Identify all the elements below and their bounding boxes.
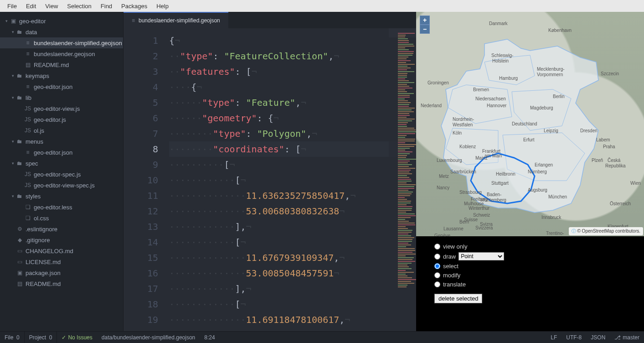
map-label: Erlangen <box>535 162 553 167</box>
tree-item[interactable]: JSgeo-editor-spec.js <box>0 169 123 180</box>
minimap[interactable] <box>389 28 416 331</box>
branch-icon: ⎇ <box>614 334 621 341</box>
map-label: Metz <box>439 174 449 179</box>
menu-edit[interactable]: Edit <box>21 1 41 11</box>
tree-item[interactable]: ▾🖿menus <box>0 136 123 147</box>
menu-selection[interactable]: Selection <box>62 1 96 11</box>
line-number: 4 <box>124 79 158 95</box>
code-line[interactable]: ············[¬ <box>169 234 416 250</box>
tree-item[interactable]: ▾🖿styles <box>0 191 123 202</box>
tree-item[interactable]: ▣package.json <box>0 267 123 278</box>
code-line[interactable]: ··"features": [¬ <box>169 64 416 79</box>
status-file-path[interactable]: data/bundeslaender-simplified.geojson <box>97 332 200 343</box>
map-label: Saarbrücken <box>450 169 476 174</box>
tree-item[interactable]: ❏ol.css <box>0 213 123 223</box>
status-encoding[interactable]: UTF-8 <box>562 332 586 343</box>
status-eol[interactable]: LF <box>546 332 562 343</box>
project-root[interactable]: ▾ ▣ geo-editor <box>0 16 123 26</box>
tree-item[interactable]: ≡geo-editor.json <box>0 147 123 158</box>
menu-find[interactable]: Find <box>96 1 117 11</box>
tree-item-label: styles <box>26 193 41 200</box>
tree-item[interactable]: JSol.js <box>0 125 123 136</box>
tree-item-label: geo-editor-view.js <box>34 105 80 112</box>
status-git-branch[interactable]: ⎇master <box>610 332 644 343</box>
status-cursor-position[interactable]: 8:24 <box>200 332 219 343</box>
mode-modify[interactable]: modify <box>434 272 626 279</box>
draw-type-select[interactable]: Point <box>459 252 504 260</box>
tree-item[interactable]: ▤README.md <box>0 278 123 289</box>
map[interactable]: DanmarkKøbenhavnGroningenHamburgBremenHa… <box>416 12 644 236</box>
status-file-count[interactable]: File 0 <box>0 332 25 343</box>
code-line[interactable]: ······"type": "Feature",¬ <box>169 95 416 110</box>
tree-item[interactable]: ▭LICENSE.md <box>0 256 123 267</box>
code-line[interactable]: {¬ <box>169 33 416 48</box>
code-line[interactable]: ········"coordinates": [¬ <box>169 141 416 157</box>
folder-icon: 🖿 <box>15 94 24 101</box>
tree-item[interactable]: ▾🖿data <box>0 26 123 37</box>
code-line[interactable]: ····{¬ <box>169 79 416 95</box>
file-tree[interactable]: ▾ ▣ geo-editor ▾🖿data≡bundeslaender-simp… <box>0 12 123 331</box>
tree-item[interactable]: ≡bundeslaender.geojson <box>0 48 123 59</box>
line-number: 15 <box>124 250 158 265</box>
map-label: Lausanne <box>443 226 464 231</box>
code-line[interactable]: ··········[¬ <box>169 157 416 172</box>
tree-item[interactable]: ❏geo-editor.less <box>0 202 123 213</box>
code-line[interactable]: ··"type": "FeatureCollection",¬ <box>169 48 416 64</box>
map-label: Nürnberg <box>528 169 547 174</box>
status-language[interactable]: JSON <box>586 332 610 343</box>
tree-item[interactable]: ⚙.eslintignore <box>0 223 123 234</box>
code-line[interactable]: ······"geometry": {¬ <box>169 110 416 126</box>
tree-item[interactable]: ◆.gitignore <box>0 234 123 245</box>
code-area[interactable]: {¬··"type": "FeatureCollection",¬··"feat… <box>169 28 416 331</box>
map-label: Vorpommern <box>537 72 563 77</box>
tree-item[interactable]: ▭CHANGELOG.md <box>0 245 123 256</box>
tree-item[interactable]: JSgeo-editor-view-spec.js <box>0 180 123 191</box>
map-label: Nederland <box>421 103 442 108</box>
tree-item[interactable]: ▾🖿lib <box>0 92 123 103</box>
status-project-count[interactable]: Project 0 <box>25 332 57 343</box>
menu-packages[interactable]: Packages <box>117 1 152 11</box>
delete-selected-button[interactable]: delete selected <box>434 294 482 303</box>
map-label: Deutschland <box>512 121 537 126</box>
tree-item-label: geo-editor.js <box>34 116 66 123</box>
menu-view[interactable]: View <box>41 1 62 11</box>
db-icon: ≡ <box>24 51 32 57</box>
tree-item[interactable]: JSgeo-editor-view.js <box>0 103 123 114</box>
zoom-in-button[interactable]: + <box>420 16 430 25</box>
tree-item[interactable]: ≡geo-editor.json <box>0 81 123 92</box>
code-line[interactable]: ··············53.00680380832638¬ <box>169 203 416 219</box>
tab-active[interactable]: ≡ bundeslaender-simplified.geojson <box>124 12 228 28</box>
tree-item-label: CHANGELOG.md <box>26 248 73 255</box>
map-label: Winterthur <box>469 206 489 211</box>
tree-item[interactable]: ▾🖿spec <box>0 158 123 169</box>
folder-icon: 🖿 <box>15 73 24 79</box>
code-line[interactable]: ········"type": "Polygon",¬ <box>169 126 416 141</box>
code-line[interactable]: ············],¬ <box>169 219 416 234</box>
zoom-out-button[interactable]: − <box>420 25 430 34</box>
tree-item[interactable]: JSgeo-editor.js <box>0 114 123 125</box>
tree-item-label: geo-editor.json <box>34 149 72 156</box>
mode-select[interactable]: select <box>434 263 626 270</box>
code-line[interactable]: ··············53.0085048457591¬ <box>169 265 416 281</box>
menu-file[interactable]: File <box>3 1 21 11</box>
map-label: Suisse <box>464 217 478 222</box>
code-line[interactable]: ··············11.69118478100617,¬ <box>169 312 416 327</box>
tree-item[interactable]: ▤README.md <box>0 59 123 70</box>
status-linter[interactable]: ✓No Issues <box>57 332 97 343</box>
code-line[interactable]: ············[¬ <box>169 172 416 188</box>
code-line[interactable]: ··············11.6767939109347,¬ <box>169 250 416 265</box>
tree-item-label: geo-editor.json <box>34 83 72 90</box>
line-number: 3 <box>124 64 158 79</box>
editor[interactable]: 12345678910111213141516171819 {¬··"type"… <box>124 28 416 331</box>
menu-help[interactable]: Help <box>152 1 173 11</box>
code-line[interactable]: ············[¬ <box>169 296 416 312</box>
mode-view-only[interactable]: view only <box>434 243 626 250</box>
code-line[interactable]: ············],¬ <box>169 281 416 296</box>
caret-icon: ▾ <box>4 19 9 23</box>
tree-item[interactable]: ≡bundeslaender-simplified.geojson <box>0 37 123 48</box>
tree-item[interactable]: ▾🖿keymaps <box>0 70 123 81</box>
mode-draw[interactable]: draw Point <box>434 252 626 260</box>
code-line[interactable]: ··············11.636235275850417,¬ <box>169 188 416 203</box>
mode-translate[interactable]: translate <box>434 281 626 288</box>
map-label: Hannover <box>487 103 506 108</box>
